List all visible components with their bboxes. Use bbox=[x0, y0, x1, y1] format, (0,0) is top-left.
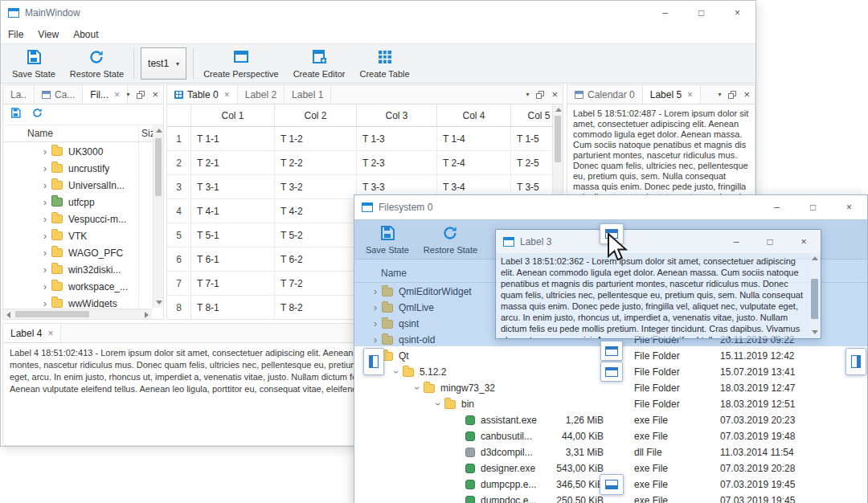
label3-window[interactable]: Label 3 – □ × Label 3 18:51:02:362 - Lor… bbox=[495, 229, 821, 339]
table-cell[interactable]: T 4-2 bbox=[275, 199, 357, 223]
tab[interactable]: Label 5 × bbox=[643, 85, 701, 104]
table-cell[interactable]: T 2-5 bbox=[511, 151, 552, 174]
close-dock-icon[interactable]: × bbox=[743, 88, 750, 100]
minimize-button[interactable]: – bbox=[719, 230, 753, 253]
restore-state-icon[interactable] bbox=[31, 107, 43, 122]
table-cell[interactable]: T 6-2 bbox=[275, 247, 357, 271]
tab-close-icon[interactable]: × bbox=[224, 89, 230, 100]
maximize-button[interactable]: □ bbox=[683, 1, 719, 25]
create-editor-button[interactable]: Create Editor bbox=[286, 47, 353, 80]
expander-icon[interactable]: › bbox=[391, 366, 401, 378]
table-cell[interactable]: T 6-1 bbox=[191, 247, 275, 271]
tab[interactable]: Calendar 0 bbox=[567, 85, 643, 104]
filesystem-titlebar[interactable]: Filesystem 0 – □ × bbox=[354, 195, 867, 219]
close-button[interactable]: × bbox=[719, 1, 755, 25]
create-table-button[interactable]: Create Table bbox=[352, 47, 416, 80]
tab[interactable]: Label 4 × bbox=[3, 324, 61, 342]
scroll-right-icon[interactable] bbox=[141, 309, 152, 320]
table-cell[interactable]: T 8-2 bbox=[275, 296, 357, 319]
fs-tree-row[interactable]: d3dcompil... 3,31 MiB dll File 11.03.201… bbox=[354, 444, 867, 460]
minimize-button[interactable]: – bbox=[759, 195, 795, 219]
tab-menu-icon[interactable]: ▾ bbox=[718, 91, 721, 98]
vertical-scrollbar[interactable] bbox=[809, 253, 820, 337]
dock-bottom-indicator[interactable] bbox=[600, 474, 624, 495]
fs-tree-row[interactable]: canbusutil... 44,00 KiB exe File 07.03.2… bbox=[354, 428, 867, 444]
expander-icon[interactable]: › bbox=[39, 265, 51, 275]
tree-item[interactable]: › wwWidgets bbox=[3, 295, 152, 308]
dock-right-indicator[interactable] bbox=[845, 348, 866, 375]
expander-icon[interactable]: › bbox=[39, 198, 51, 207]
tree-item[interactable]: › workspace_... bbox=[3, 278, 152, 295]
tree-item[interactable]: › win32diski... bbox=[3, 261, 152, 278]
scrollbar-thumb[interactable] bbox=[15, 311, 89, 317]
minimize-button[interactable]: – bbox=[647, 1, 683, 25]
table-cell[interactable]: T 5-1 bbox=[191, 223, 275, 247]
tab[interactable]: Ca... bbox=[35, 85, 83, 104]
table-row[interactable]: 1 T 1-1T 1-2T 1-3T 1-4T 1-5 bbox=[167, 127, 552, 151]
scroll-down-icon[interactable] bbox=[809, 327, 820, 337]
scroll-left-icon[interactable] bbox=[3, 309, 14, 320]
table-cell[interactable]: T 3-2 bbox=[275, 175, 357, 198]
tab-menu-icon[interactable]: ▾ bbox=[126, 91, 129, 98]
expander-icon[interactable]: › bbox=[39, 215, 51, 224]
table-row[interactable]: 2 T 2-1T 2-2T 2-3T 2-4T 2-5 bbox=[167, 151, 552, 175]
fs-tree-row[interactable]: › bin File Folder 18.03.2019 12:51 bbox=[354, 396, 867, 412]
tree-item[interactable]: › uncrustify bbox=[3, 160, 152, 177]
menu-about[interactable]: About bbox=[66, 27, 105, 42]
label3-titlebar[interactable]: Label 3 – □ × bbox=[496, 230, 821, 253]
column-header[interactable]: Col 2 bbox=[275, 104, 357, 126]
save-state-icon[interactable] bbox=[10, 107, 22, 122]
create-perspective-button[interactable]: Create Perspective bbox=[196, 47, 286, 80]
dock-left-indicator[interactable] bbox=[363, 348, 384, 375]
table-cell[interactable]: T 2-4 bbox=[437, 151, 511, 174]
vertical-scrollbar[interactable] bbox=[153, 125, 163, 308]
main-titlebar[interactable]: MainWindow – □ × bbox=[1, 1, 755, 25]
menu-file[interactable]: File bbox=[1, 27, 31, 42]
close-dock-icon[interactable]: × bbox=[551, 88, 558, 100]
undock-icon[interactable] bbox=[137, 88, 145, 102]
table-cell[interactable]: T 2-2 bbox=[275, 151, 357, 174]
table-cell[interactable]: T 1-5 bbox=[511, 127, 552, 150]
fs-tree-row[interactable]: assistant.exe 1,26 MiB exe File 07.03.20… bbox=[354, 412, 867, 428]
close-button[interactable]: × bbox=[787, 230, 821, 253]
perspective-combo[interactable]: test1 ▾ bbox=[141, 47, 186, 80]
fs-tree-row[interactable]: › mingw73_32 File Folder 18.03.2019 12:4… bbox=[354, 380, 867, 396]
scrollbar-thumb[interactable] bbox=[155, 138, 162, 196]
close-button[interactable]: × bbox=[831, 195, 867, 219]
expander-icon[interactable]: › bbox=[39, 181, 51, 190]
tree-item[interactable]: › UK3000 bbox=[3, 143, 152, 160]
scroll-up-icon[interactable] bbox=[553, 104, 563, 115]
table-cell[interactable]: T 4-1 bbox=[191, 199, 275, 223]
expander-icon[interactable]: › bbox=[39, 147, 51, 157]
name-column-header[interactable]: Name bbox=[3, 128, 53, 139]
table-cell[interactable]: T 1-3 bbox=[357, 127, 437, 150]
table-cell[interactable]: T 1-2 bbox=[275, 127, 357, 150]
horizontal-scrollbar[interactable] bbox=[3, 309, 152, 319]
tab-close-icon[interactable]: × bbox=[47, 328, 53, 339]
dock-center-indicator[interactable] bbox=[600, 362, 623, 382]
column-header[interactable]: Col 1 bbox=[191, 104, 275, 126]
tab-close-icon[interactable]: × bbox=[687, 89, 693, 100]
tab[interactable]: Label 2 bbox=[238, 85, 285, 104]
expander-icon[interactable]: › bbox=[39, 299, 51, 309]
table-cell[interactable]: T 2-1 bbox=[191, 151, 275, 174]
maximize-button[interactable]: □ bbox=[795, 195, 831, 219]
tree-item[interactable]: › UniversalIn... bbox=[3, 177, 152, 194]
close-dock-icon[interactable]: × bbox=[152, 88, 158, 100]
tab[interactable]: Label 1 bbox=[285, 85, 331, 104]
expander-icon[interactable]: › bbox=[39, 248, 51, 258]
scroll-up-icon[interactable] bbox=[809, 253, 820, 264]
tab-menu-icon[interactable]: ▾ bbox=[526, 91, 529, 98]
column-header[interactable]: Col 4 bbox=[437, 104, 511, 126]
table-cell[interactable]: T 8-1 bbox=[191, 296, 275, 319]
scroll-up-icon[interactable] bbox=[154, 125, 164, 136]
expander-icon[interactable]: › bbox=[39, 282, 51, 292]
column-header[interactable]: Col 3 bbox=[357, 104, 437, 126]
tree-item[interactable]: › VTK bbox=[3, 227, 152, 244]
tree-item[interactable]: › utfcpp bbox=[3, 194, 152, 211]
undock-icon[interactable] bbox=[536, 88, 544, 102]
table-cell[interactable]: T 5-2 bbox=[275, 223, 357, 247]
tree-item[interactable]: › Vespucci-m... bbox=[3, 211, 152, 227]
table-cell[interactable]: T 1-4 bbox=[437, 127, 511, 150]
table-cell[interactable]: T 7-2 bbox=[275, 272, 357, 295]
